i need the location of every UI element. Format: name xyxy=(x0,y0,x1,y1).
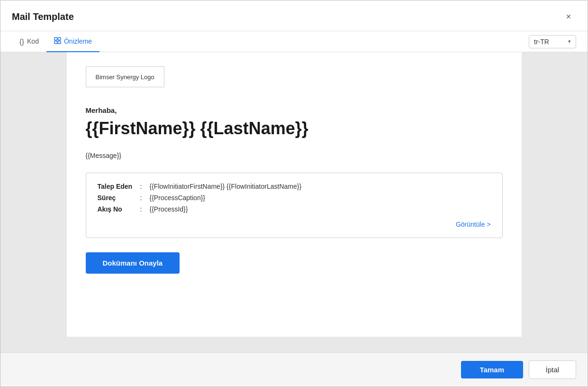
preview-content: Bimser Synergy Logo Merhaba, {{FirstName… xyxy=(67,52,522,337)
name-template: {{FirstName}} {{LastName}} xyxy=(86,118,503,138)
tabs-left: {} Kod Önizleme xyxy=(12,31,100,52)
locale-select[interactable]: tr-TR ▾ xyxy=(529,35,576,48)
approve-button[interactable]: Dokümanı Onayla xyxy=(86,252,180,274)
svg-rect-3 xyxy=(58,41,61,44)
logo-box: Bimser Synergy Logo xyxy=(86,66,164,87)
info-row-flow: Akış No : {{ProcessId}} xyxy=(98,205,491,213)
label-requester: Talep Eden xyxy=(98,183,140,190)
tab-code[interactable]: {} Kod xyxy=(12,32,46,52)
preview-scroll-container[interactable]: Bimser Synergy Logo Merhaba, {{FirstName… xyxy=(0,52,588,352)
colon-flow: : xyxy=(140,205,150,213)
tabs-bar: {} Kod Önizleme tr-TR ▾ xyxy=(0,31,588,52)
tab-preview-label: Önizleme xyxy=(64,37,92,45)
colon-process: : xyxy=(140,194,150,202)
dialog-footer: Tamam İptal xyxy=(0,352,588,387)
logo-text: Bimser Synergy Logo xyxy=(96,74,154,81)
close-icon: × xyxy=(566,12,571,22)
cancel-button[interactable]: İptal xyxy=(529,360,576,379)
greeting-text: Merhaba, xyxy=(86,106,503,114)
value-process: {{ProcessCaption}} xyxy=(150,194,206,202)
dialog-body: Bimser Synergy Logo Merhaba, {{FirstName… xyxy=(0,52,588,352)
info-box: Talep Eden : {{FlowInitiatorFirstName}} … xyxy=(86,173,503,238)
svg-rect-0 xyxy=(54,37,57,40)
view-link[interactable]: Görüntüle > xyxy=(98,221,491,228)
info-row-requester: Talep Eden : {{FlowInitiatorFirstName}} … xyxy=(98,183,491,190)
dialog-title: Mail Template xyxy=(12,11,74,22)
code-icon: {} xyxy=(19,37,24,46)
svg-rect-1 xyxy=(58,37,61,40)
close-button[interactable]: × xyxy=(561,9,576,24)
label-process: Süreç xyxy=(98,194,140,202)
info-row-process: Süreç : {{ProcessCaption}} xyxy=(98,194,491,202)
tab-code-label: Kod xyxy=(27,37,39,45)
colon-requester: : xyxy=(140,183,150,190)
label-flow: Akış No xyxy=(98,205,140,213)
chevron-down-icon: ▾ xyxy=(568,38,571,45)
svg-rect-2 xyxy=(54,41,57,44)
preview-icon xyxy=(54,37,61,46)
tab-preview[interactable]: Önizleme xyxy=(46,31,100,52)
mail-template-dialog: Mail Template × {} Kod Önizleme xyxy=(0,0,588,387)
preview-area: Bimser Synergy Logo Merhaba, {{FirstName… xyxy=(0,52,588,352)
locale-value: tr-TR xyxy=(534,38,549,46)
message-template: {{Message}} xyxy=(86,152,503,159)
dialog-header: Mail Template × xyxy=(0,0,588,31)
ok-button[interactable]: Tamam xyxy=(461,361,523,378)
value-flow: {{ProcessId}} xyxy=(150,205,188,213)
value-requester: {{FlowInitiatorFirstName}} {{FlowInitiat… xyxy=(150,183,302,190)
